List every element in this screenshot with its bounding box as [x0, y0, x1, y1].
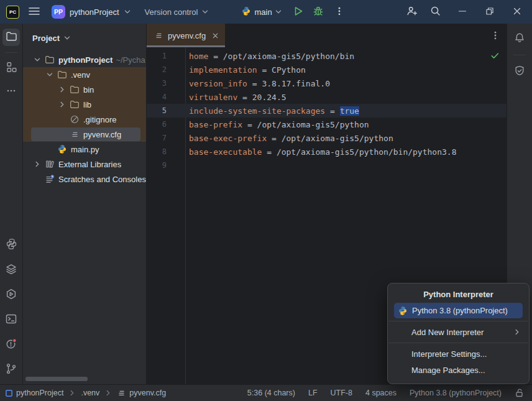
more-actions-button[interactable] [331, 3, 348, 21]
tree-item-scratches-and-consoles[interactable]: Scratches and Consoles [23, 172, 146, 187]
caret-position-widget[interactable]: 5:36 (4 chars) [247, 389, 295, 397]
trust-status-button[interactable] [511, 63, 528, 80]
tree-item-label: pythonProject [58, 55, 112, 65]
code-text: virtualenv = 20.24.5 [185, 93, 287, 102]
chevron-down-icon [201, 8, 209, 16]
code-line-8[interactable]: 8base-executable = /opt/axioma-gis5/pyth… [147, 145, 507, 159]
run-button[interactable] [290, 3, 307, 21]
maximize-button[interactable] [481, 3, 498, 21]
strip-divider [5, 52, 17, 53]
horizontal-scrollbar[interactable] [25, 377, 88, 381]
tree-item-label: pyvenv.cfg [83, 130, 121, 139]
code-with-me-button[interactable] [403, 3, 421, 21]
close-button[interactable] [508, 3, 526, 21]
menu-item-add-new-interpreter[interactable]: Add New Interpreter [388, 324, 529, 340]
terminal-button[interactable] [2, 311, 20, 328]
code-line-6[interactable]: 6base-prefix = /opt/axioma-gis5/python [147, 118, 507, 131]
breadcrumb-label: .venv [81, 389, 99, 397]
tree-item-pythonproject[interactable]: pythonProject~/Pycha [23, 52, 146, 67]
left-tool-strip [0, 24, 23, 384]
breadcrumb-venv[interactable]: .venv [81, 389, 99, 397]
folder-icon [57, 70, 68, 80]
module-icon [5, 389, 13, 397]
tree-item-gitignore[interactable]: .gitignore [23, 112, 146, 127]
encoding-widget[interactable]: UTF-8 [331, 389, 352, 397]
code-text: include-system-site-packages = true [185, 106, 359, 116]
breadcrumb-pyvenv-cfg[interactable]: pyvenv.cfg [117, 389, 166, 398]
python-console-button[interactable] [2, 236, 20, 254]
menu-item-interpreter-settings[interactable]: Interpreter Settings... [388, 346, 529, 362]
code-line-5[interactable]: 5include-system-site-packages = true [147, 104, 507, 118]
menu-item-manage-packages[interactable]: Manage Packages... [388, 362, 529, 378]
hamburger-icon [29, 7, 40, 17]
text-file-icon [117, 389, 126, 398]
code-line-2[interactable]: 2implementation = CPython [147, 63, 507, 76]
code-line-1[interactable]: 1home = /opt/axioma-gis5/python/bin [147, 49, 507, 63]
breadcrumb-label: pythonProject [16, 389, 63, 397]
tree-item-label: External Libraries [58, 160, 121, 169]
breadcrumb-separator-icon [68, 389, 76, 397]
tab-options-button[interactable] [490, 30, 500, 40]
tree-item-lib[interactable]: lib [23, 97, 146, 112]
tree-item-main-py[interactable]: main.py [23, 142, 146, 157]
line-number: 8 [147, 147, 185, 156]
indent-widget[interactable]: 4 spaces [365, 389, 397, 397]
interpreter-widget[interactable]: Python 3.8 (pythonProject) [410, 389, 502, 397]
minimize-button[interactable] [454, 3, 471, 21]
project-avatar: PP [52, 5, 65, 19]
code-line-7[interactable]: 7base-exec-prefix = /opt/axioma-gis5/pyt… [147, 131, 507, 145]
line-number: 2 [147, 65, 185, 74]
bell-icon [513, 32, 526, 46]
services-icon [5, 288, 17, 302]
notifications-button[interactable] [511, 30, 528, 47]
tree-item-bin[interactable]: bin [23, 82, 146, 97]
chevron-down-icon [44, 71, 55, 78]
line-ending-widget[interactable]: LF [308, 389, 318, 397]
breadcrumbs: pythonProject.venvpyvenv.cfg [5, 389, 166, 398]
tab-pyvenv-cfg[interactable]: pyvenv.cfg [147, 24, 225, 47]
problems-button[interactable] [2, 336, 20, 353]
code-text: implementation = CPython [185, 65, 306, 75]
tree-item-pyvenv-cfg[interactable]: pyvenv.cfg [23, 127, 146, 142]
more-icon [6, 85, 17, 98]
popup-separator [388, 321, 528, 321]
git-branch-icon [5, 362, 17, 377]
folder-icon [69, 85, 80, 94]
tree-item-label: lib [83, 100, 91, 109]
search-everywhere-button[interactable] [426, 3, 444, 21]
more-tools-button[interactable] [2, 83, 20, 100]
python-packages-button[interactable] [2, 261, 20, 279]
structure-tool-button[interactable] [2, 59, 20, 76]
tree-item-venv[interactable]: .venv [23, 67, 146, 82]
run-config-widget[interactable]: main [241, 6, 282, 18]
tree-item-external-libraries[interactable]: External Libraries [23, 157, 146, 172]
code-line-3[interactable]: 3version_info = 3.8.17.final.0 [147, 76, 507, 90]
version-control-button[interactable] [2, 361, 20, 378]
debug-button[interactable] [310, 3, 327, 21]
services-button[interactable] [2, 286, 20, 303]
line-number: 4 [147, 93, 185, 101]
breadcrumb-pythonproject[interactable]: pythonProject [5, 389, 63, 397]
submenu-chevron-icon [513, 328, 521, 336]
breadcrumb-label: pyvenv.cfg [129, 389, 166, 397]
cfg-key: base-exec-prefix [189, 134, 267, 143]
cfg-key: home [189, 52, 208, 61]
project-panel-header[interactable]: Project [23, 24, 146, 52]
tree-item-label: bin [83, 85, 94, 94]
breadcrumb-separator-icon [104, 389, 112, 397]
vcs-widget[interactable]: Version control [145, 7, 209, 17]
project-tool-button[interactable] [2, 29, 20, 46]
main-menu-button[interactable] [25, 3, 43, 21]
menu-item-python-3-8-pythonproject[interactable]: Python 3.8 (pythonProject) [394, 303, 523, 318]
chevron-down-icon [124, 8, 131, 16]
code-line-4[interactable]: 4virtualenv = 20.24.5 [147, 90, 507, 104]
python-icon [57, 144, 68, 154]
search-icon [429, 5, 441, 19]
tree-item-label: Scratches and Consoles [58, 175, 146, 184]
project-widget[interactable]: PP pythonProject [52, 5, 131, 19]
maximize-icon [485, 7, 494, 17]
unlock-icon[interactable] [515, 388, 525, 398]
tab-close-icon[interactable] [212, 32, 219, 39]
run-config-name: main [255, 7, 272, 17]
code-line-9[interactable]: 9 [147, 159, 507, 172]
